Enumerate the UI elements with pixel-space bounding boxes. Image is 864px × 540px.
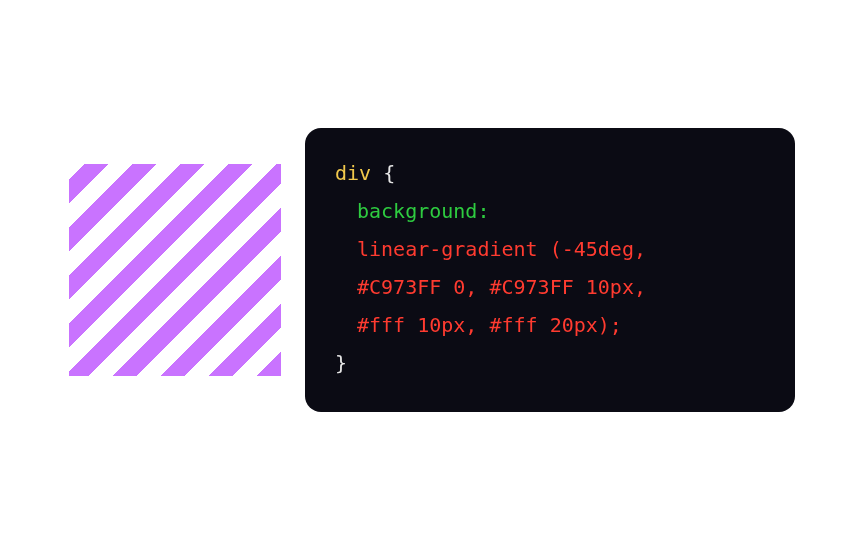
code-line-value-2: #C973FF 0, #C973FF 10px, [335,268,765,306]
open-brace: { [371,161,395,185]
css-value-fragment: linear-gradient (-45deg, [357,237,646,261]
gradient-preview-box [69,164,281,376]
code-line-property: background: [335,192,765,230]
close-brace: } [335,351,347,375]
css-colon: : [477,199,489,223]
code-line-value-3: #fff 10px, #fff 20px); [335,306,765,344]
code-block: div { background: linear-gradient (-45de… [305,128,795,412]
css-property: background [357,199,477,223]
css-value-fragment: #fff 10px, #fff 20px); [357,313,622,337]
code-line-selector: div { [335,154,765,192]
css-value-fragment: #C973FF 0, #C973FF 10px, [357,275,646,299]
example-container: div { background: linear-gradient (-45de… [69,128,795,412]
css-selector: div [335,161,371,185]
code-line-close: } [335,344,765,382]
code-line-value-1: linear-gradient (-45deg, [335,230,765,268]
